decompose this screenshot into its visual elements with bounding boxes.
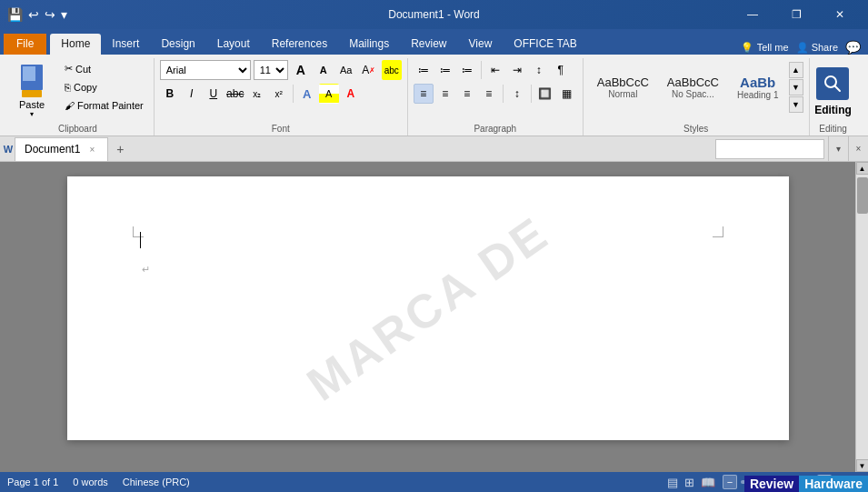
cut-button[interactable]: ✂ Cut <box>60 60 148 77</box>
paste-dropdown-icon[interactable]: ▾ <box>30 110 34 118</box>
scissors-icon: ✂ <box>65 63 73 75</box>
read-mode-view-button[interactable]: 📖 <box>699 476 717 489</box>
page-status: Page 1 of 1 <box>7 477 58 487</box>
para-align-row: ≡ ≡ ≡ ≡ ↕ 🔲 ▦ <box>414 84 577 104</box>
tab-home[interactable]: Home <box>50 34 101 55</box>
tab-nav-dropdown[interactable]: ▾ <box>828 136 848 162</box>
title-bar: 💾 ↩ ↪ ▾ Document1 - Word — ❐ ✕ <box>0 0 868 29</box>
ribbon: Paste ▾ ✂ Cut ⎘ Copy 🖌 Format Painter Cl… <box>0 55 868 136</box>
justify-button[interactable]: ≡ <box>479 84 499 104</box>
document-page[interactable]: ↵ MARCA DE <box>67 176 789 440</box>
web-layout-view-button[interactable]: ⊞ <box>683 476 696 489</box>
style-normal-name: Normal <box>608 89 637 99</box>
font-grow-button[interactable]: A <box>291 60 311 80</box>
style-nospace[interactable]: AaBbCcC No Spac... <box>659 61 727 114</box>
decrease-indent-button[interactable]: ⇤ <box>485 60 505 80</box>
maximize-button[interactable]: ❐ <box>775 0 817 29</box>
font-name-select[interactable]: Arial <box>160 60 251 80</box>
styles-gallery: AaBbCcC Normal AaBbCcC No Spac... AaBb H… <box>589 60 803 115</box>
clear-format-button[interactable]: A ✗ <box>359 60 379 80</box>
multilevel-list-button[interactable]: ≔ <box>457 60 477 80</box>
borders-button[interactable]: ▦ <box>557 84 577 104</box>
main-area: ↵ MARCA DE ▲ ▼ <box>0 162 868 472</box>
window-title: Document1 - Word <box>388 8 479 21</box>
comments-icon[interactable]: 💬 <box>845 40 861 55</box>
minimize-button[interactable]: — <box>732 0 773 29</box>
style-nospace-preview: AaBbCcC <box>667 75 719 89</box>
font-group: Arial 11 A A Aa A ✗ abc B I U abc x₂ <box>155 58 408 136</box>
para-list-row: ≔ ≔ ≔ ⇤ ⇥ ↕ ¶ <box>414 60 577 80</box>
tab-references[interactable]: References <box>261 34 338 55</box>
superscript-button[interactable]: x² <box>269 84 289 104</box>
close-button[interactable]: ✕ <box>819 0 861 29</box>
bullets-button[interactable]: ≔ <box>414 60 434 80</box>
font-size-select[interactable]: 11 <box>254 60 288 80</box>
style-normal[interactable]: AaBbCcC Normal <box>589 61 657 114</box>
align-center-button[interactable]: ≡ <box>435 84 455 104</box>
undo-icon[interactable]: ↩ <box>28 7 39 22</box>
line-spacing-button[interactable]: ↕ <box>507 84 527 104</box>
change-case-button[interactable]: Aa <box>336 60 356 80</box>
text-highlight-color-button[interactable]: A <box>319 84 339 104</box>
cursor <box>140 232 141 248</box>
styles-group: AaBbCcC Normal AaBbCcC No Spac... AaBb H… <box>584 58 810 136</box>
quick-access-dropdown[interactable]: ▾ <box>61 7 67 22</box>
format-painter-icon: 🖌 <box>65 100 75 111</box>
zoom-out-button[interactable]: − <box>723 475 737 489</box>
underline-button[interactable]: U <box>204 84 224 104</box>
text-area[interactable]: ↵ <box>140 231 716 280</box>
share-button[interactable]: 👤 Share <box>796 42 838 54</box>
font-color-button[interactable]: A <box>341 84 361 104</box>
tab-mailings[interactable]: Mailings <box>338 34 400 55</box>
tab-layout[interactable]: Layout <box>206 34 261 55</box>
word-count: 0 words <box>73 477 108 487</box>
tab-officetab[interactable]: OFFICE TAB <box>503 34 588 55</box>
align-left-button[interactable]: ≡ <box>414 84 434 104</box>
bold-button[interactable]: B <box>160 84 180 104</box>
document-tab-name: Document1 <box>25 143 80 156</box>
font-name-row: Arial 11 A A Aa A ✗ abc <box>160 60 402 80</box>
style-heading1[interactable]: AaBb Heading 1 <box>729 61 787 114</box>
shading-button[interactable]: 🔲 <box>535 84 555 104</box>
text-effects-button[interactable]: A <box>297 84 317 104</box>
scroll-thumb[interactable] <box>857 177 868 214</box>
subscript-button[interactable]: x₂ <box>247 84 267 104</box>
redo-icon[interactable]: ↪ <box>45 7 55 22</box>
styles-scroll-down[interactable]: ▼ <box>789 79 803 95</box>
styles-scroll-up[interactable]: ▲ <box>789 62 803 78</box>
view-buttons: ▤ ⊞ 📖 <box>665 476 717 489</box>
new-tab-button[interactable]: + <box>108 137 132 161</box>
align-right-button[interactable]: ≡ <box>457 84 477 104</box>
review-text: Review <box>744 476 799 492</box>
document-tab-close[interactable]: × <box>85 143 98 156</box>
print-layout-view-button[interactable]: ▤ <box>665 476 680 489</box>
document-tab[interactable]: Document1 × <box>15 137 108 161</box>
scroll-down-button[interactable]: ▼ <box>856 459 869 472</box>
tab-design[interactable]: Design <box>150 34 205 55</box>
strikethrough-button[interactable]: abc <box>225 84 245 104</box>
search-button[interactable] <box>816 67 849 100</box>
increase-indent-button[interactable]: ⇥ <box>507 60 527 80</box>
tab-view[interactable]: View <box>458 34 504 55</box>
format-painter-button[interactable]: 🖌 Format Painter <box>60 97 148 114</box>
font-group-label: Font <box>272 124 290 134</box>
paste-button[interactable]: Paste ▾ <box>7 60 56 134</box>
paste-label: Paste <box>19 99 45 110</box>
show-marks-button[interactable]: ¶ <box>551 60 571 80</box>
italic-button[interactable]: I <box>182 84 202 104</box>
copy-button[interactable]: ⎘ Copy <box>60 79 148 95</box>
scroll-up-button[interactable]: ▲ <box>856 162 869 175</box>
document-area[interactable]: ↵ MARCA DE <box>0 162 855 472</box>
tell-me[interactable]: 💡 Tell me <box>741 42 789 54</box>
save-icon[interactable]: 💾 <box>7 7 23 22</box>
styles-expand[interactable]: ▼ <box>789 96 803 113</box>
highlight-button[interactable]: abc <box>382 60 402 80</box>
font-format-row: B I U abc x₂ x² A A A <box>160 84 402 104</box>
tab-review[interactable]: Review <box>400 34 457 55</box>
tab-nav-close[interactable]: × <box>848 136 868 162</box>
sort-button[interactable]: ↕ <box>529 60 549 80</box>
font-shrink-button[interactable]: A <box>314 60 334 80</box>
tab-file[interactable]: File <box>4 34 46 55</box>
numbering-button[interactable]: ≔ <box>435 60 455 80</box>
tab-insert[interactable]: Insert <box>101 34 150 55</box>
